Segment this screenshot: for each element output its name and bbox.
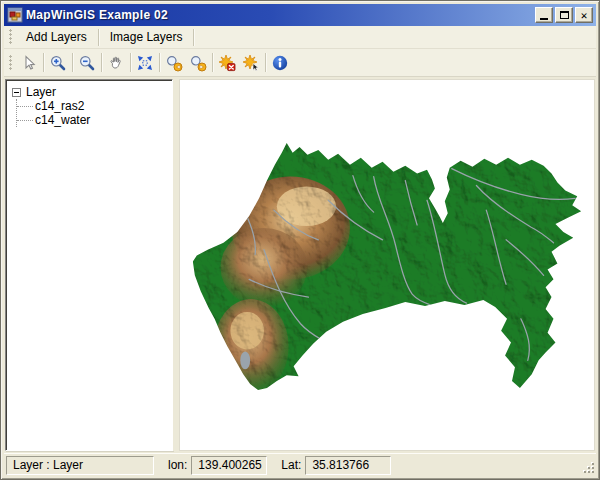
close-button[interactable]: ✕	[575, 7, 593, 23]
tree-node-c14-water[interactable]: c14_water	[17, 113, 170, 127]
tree-connector	[17, 106, 33, 107]
layers-tree-panel: Layer c14_ras2 c14_water	[5, 79, 173, 451]
clear-layers-icon	[242, 54, 260, 72]
content-area: Layer c14_ras2 c14_water	[4, 77, 596, 453]
menu-separator	[193, 29, 194, 46]
maximize-icon	[560, 11, 569, 19]
tree-item-label: c14_ras2	[35, 99, 84, 113]
maximize-button[interactable]	[555, 7, 573, 23]
zoom-in-icon	[49, 54, 67, 72]
zoom-next-icon	[189, 54, 207, 72]
resize-grip[interactable]	[583, 462, 595, 474]
zoom-previous-button[interactable]	[162, 51, 186, 75]
select-cursor-icon	[20, 54, 38, 72]
app-icon	[7, 7, 23, 23]
menu-add-layers[interactable]: Add Layers	[17, 27, 96, 48]
zoom-out-icon	[78, 54, 96, 72]
pan-hand-icon	[107, 54, 125, 72]
zoom-previous-icon	[165, 54, 183, 72]
minimize-button[interactable]	[535, 7, 553, 23]
info-button[interactable]	[268, 51, 292, 75]
select-tool-button[interactable]	[17, 51, 41, 75]
remove-layer-button[interactable]	[215, 51, 239, 75]
minimize-icon	[540, 18, 548, 20]
menu-image-layers[interactable]: Image Layers	[101, 27, 192, 48]
zoom-out-button[interactable]	[75, 51, 99, 75]
tool-bar	[4, 49, 596, 77]
zoom-extent-icon	[136, 54, 154, 72]
remove-layer-icon	[218, 54, 236, 72]
menu-separator	[98, 29, 99, 46]
pan-button[interactable]	[104, 51, 128, 75]
status-bar: Layer : Layer lon: 139.400265 Lat: 35.81…	[4, 453, 596, 476]
info-icon	[271, 54, 289, 72]
tree-connector	[17, 120, 33, 121]
tree-item-label: c14_water	[35, 113, 90, 127]
lat-value-box[interactable]: 35.813766	[305, 456, 391, 475]
tree-node-layer[interactable]: Layer	[12, 85, 170, 99]
menu-bar: Add Layers Image Layers	[4, 26, 596, 49]
lon-label: lon:	[168, 458, 187, 472]
terrain-map-image	[180, 80, 594, 450]
zoom-next-button[interactable]	[186, 51, 210, 75]
clear-layers-button[interactable]	[239, 51, 263, 75]
app-window: MapWinGIS Example 02 ✕ Add Layers Image …	[0, 0, 600, 480]
lon-value-box[interactable]: 139.400265	[191, 456, 267, 475]
window-title: MapWinGIS Example 02	[26, 8, 535, 22]
lat-label: Lat:	[281, 458, 301, 472]
zoom-extent-button[interactable]	[133, 51, 157, 75]
title-bar: MapWinGIS Example 02 ✕	[4, 4, 596, 26]
tree-node-c14-ras2[interactable]: c14_ras2	[17, 99, 170, 113]
tree-collapse-icon[interactable]	[12, 88, 21, 97]
close-icon: ✕	[581, 10, 588, 21]
toolbar-grip[interactable]	[9, 55, 14, 71]
menubar-grip[interactable]	[9, 29, 14, 45]
zoom-in-button[interactable]	[46, 51, 70, 75]
lake-ashi	[240, 351, 250, 369]
map-canvas[interactable]	[179, 79, 595, 451]
tree-root-label: Layer	[26, 85, 56, 99]
status-layer-panel: Layer : Layer	[6, 456, 154, 475]
